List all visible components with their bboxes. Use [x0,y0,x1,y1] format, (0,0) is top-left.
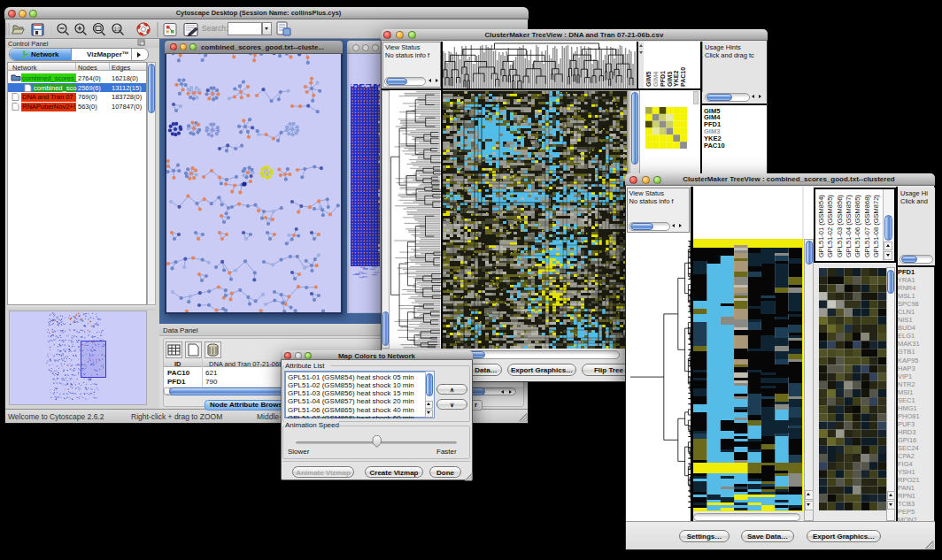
svg-text:1:1: 1:1 [114,27,120,32]
